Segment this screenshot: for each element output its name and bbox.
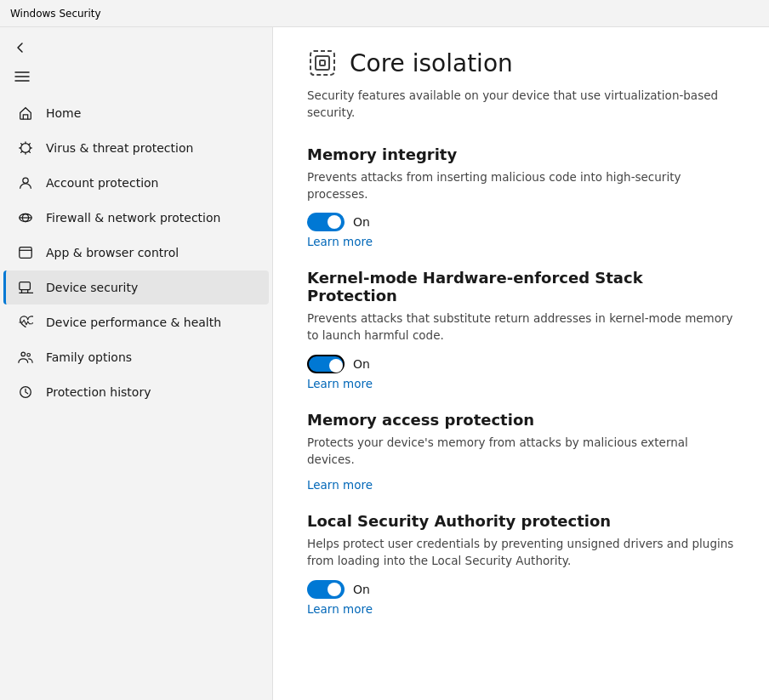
- section-memory-integrity-desc: Prevents attacks from inserting maliciou…: [307, 168, 735, 203]
- sidebar-item-home-label: Home: [46, 106, 81, 120]
- memory-integrity-toggle-label: On: [353, 215, 370, 229]
- lsa-toggle-knob: [328, 583, 341, 596]
- core-isolation-icon: [307, 48, 338, 78]
- kernel-stack-toggle[interactable]: [307, 355, 345, 373]
- section-kernel-stack: Kernel-mode Hardware-enforced Stack Prot…: [307, 269, 735, 390]
- sidebar-item-devicesecurity-label: Device security: [46, 281, 138, 294]
- section-memory-access: Memory access protection Protects your d…: [307, 411, 735, 492]
- page-header: Core isolation: [307, 48, 735, 78]
- sidebar-item-devicehealth-label: Device performance & health: [46, 316, 221, 329]
- titlebar-text: Windows Security: [10, 8, 101, 20]
- virus-icon: [17, 139, 34, 157]
- kernel-stack-toggle-label: On: [353, 357, 370, 371]
- lsa-toggle-label: On: [353, 583, 370, 596]
- sidebar-item-account-label: Account protection: [46, 176, 159, 190]
- sidebar-item-virus[interactable]: Virus & threat protection: [3, 131, 269, 165]
- memory-access-learn-more[interactable]: Learn more: [307, 478, 735, 492]
- sidebar-item-account[interactable]: Account protection: [3, 166, 269, 200]
- section-memory-integrity-title: Memory integrity: [307, 145, 735, 163]
- devicesecurity-icon: [17, 279, 34, 296]
- app-body: Home Virus & threat protection: [0, 27, 769, 700]
- memory-integrity-toggle[interactable]: [307, 213, 345, 231]
- sidebar: Home Virus & threat protection: [0, 27, 272, 700]
- section-kernel-stack-desc: Prevents attacks that substitute return …: [307, 310, 735, 344]
- appbrowser-icon: [17, 244, 34, 261]
- memory-integrity-toggle-row: On: [307, 213, 735, 231]
- home-icon: [17, 105, 34, 122]
- back-icon: [14, 41, 27, 54]
- history-icon: [17, 384, 34, 401]
- sidebar-item-family[interactable]: Family options: [3, 340, 269, 374]
- svg-rect-9: [310, 51, 334, 75]
- section-memory-access-desc: Protects your device's memory from attac…: [307, 434, 735, 469]
- main-content: Core isolation Security features availab…: [272, 27, 769, 700]
- memory-integrity-learn-more[interactable]: Learn more: [307, 235, 735, 248]
- hamburger-icon: [14, 68, 31, 85]
- account-icon: [17, 174, 34, 191]
- page-subtitle: Security features available on your devi…: [307, 87, 735, 122]
- sidebar-item-history-label: Protection history: [46, 385, 151, 399]
- titlebar: Windows Security: [0, 0, 769, 27]
- sidebar-item-appbrowser[interactable]: App & browser control: [3, 236, 269, 270]
- kernel-stack-toggle-knob: [329, 359, 343, 373]
- kernel-stack-learn-more[interactable]: Learn more: [307, 377, 735, 390]
- hamburger-button[interactable]: [0, 61, 272, 92]
- section-memory-access-title: Memory access protection: [307, 411, 735, 429]
- sidebar-item-history[interactable]: Protection history: [3, 375, 269, 409]
- sidebar-item-devicehealth[interactable]: Device performance & health: [3, 305, 269, 339]
- page-title: Core isolation: [350, 49, 513, 77]
- firewall-icon: [17, 209, 34, 226]
- sidebar-item-devicesecurity[interactable]: Device security: [3, 270, 269, 304]
- kernel-stack-toggle-row: On: [307, 355, 735, 373]
- svg-rect-10: [316, 56, 329, 70]
- sidebar-item-virus-label: Virus & threat protection: [46, 141, 193, 155]
- svg-rect-11: [320, 60, 325, 65]
- svg-rect-6: [20, 282, 31, 290]
- back-button[interactable]: [0, 34, 272, 61]
- lsa-learn-more[interactable]: Learn more: [307, 602, 735, 616]
- svg-rect-5: [20, 248, 31, 259]
- sidebar-item-firewall-label: Firewall & network protection: [46, 211, 220, 225]
- section-lsa: Local Security Authority protection Help…: [307, 512, 735, 616]
- section-kernel-stack-title: Kernel-mode Hardware-enforced Stack Prot…: [307, 269, 735, 304]
- section-memory-integrity: Memory integrity Prevents attacks from i…: [307, 145, 735, 249]
- sidebar-item-firewall[interactable]: Firewall & network protection: [3, 201, 269, 235]
- svg-point-8: [27, 354, 31, 357]
- lsa-toggle[interactable]: [307, 580, 345, 599]
- svg-point-1: [23, 178, 28, 183]
- sidebar-nav: Home Virus & threat protection: [0, 95, 272, 700]
- svg-point-7: [21, 352, 26, 356]
- lsa-toggle-row: On: [307, 580, 735, 599]
- sidebar-item-family-label: Family options: [46, 350, 132, 364]
- devicehealth-icon: [17, 314, 34, 331]
- section-lsa-title: Local Security Authority protection: [307, 512, 735, 530]
- section-lsa-desc: Helps protect user credentials by preven…: [307, 535, 735, 570]
- sidebar-item-home[interactable]: Home: [3, 96, 269, 130]
- sidebar-item-appbrowser-label: App & browser control: [46, 246, 179, 259]
- memory-integrity-toggle-knob: [328, 215, 341, 229]
- family-icon: [17, 349, 34, 366]
